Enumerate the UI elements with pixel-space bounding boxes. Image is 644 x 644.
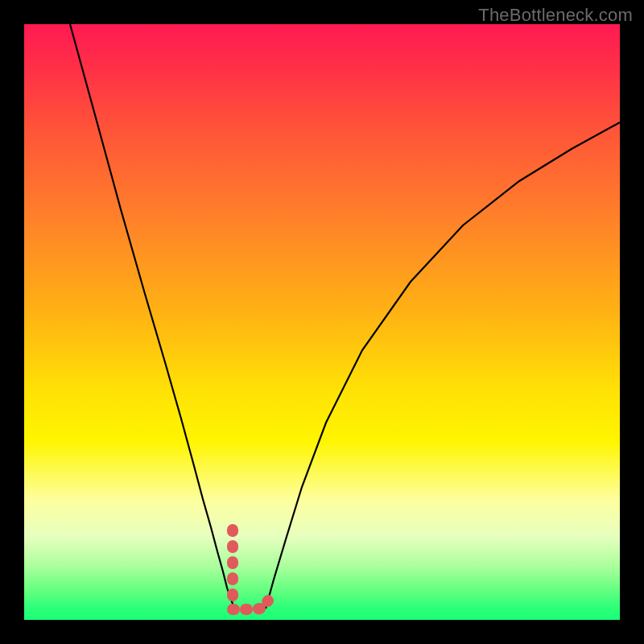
curve-layer xyxy=(70,24,620,609)
red-marker-horizontal xyxy=(233,601,268,609)
curves-svg xyxy=(24,24,620,620)
left-branch-curve xyxy=(70,24,234,609)
right-branch-curve xyxy=(266,122,620,609)
plot-area xyxy=(24,24,620,620)
watermark-text: TheBottleneck.com xyxy=(478,5,633,26)
chart-frame: TheBottleneck.com xyxy=(0,0,644,644)
